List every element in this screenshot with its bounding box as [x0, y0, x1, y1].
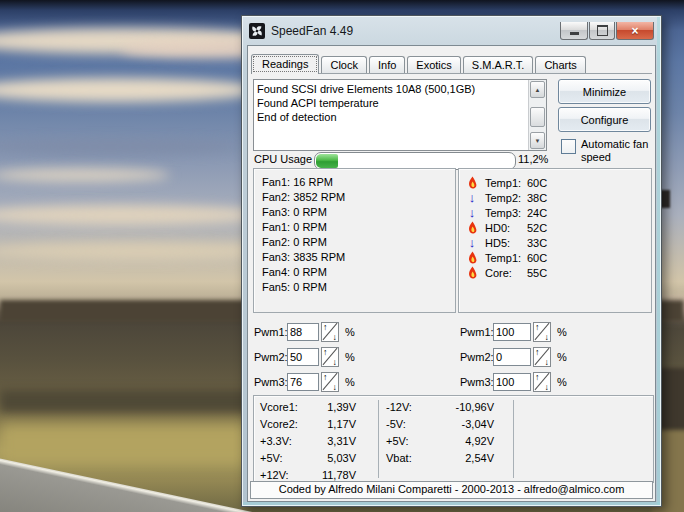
pwm-unit: % — [345, 376, 355, 388]
step-up-icon[interactable]: ↑ — [535, 322, 540, 332]
voltage-label: Vcore2: — [260, 416, 298, 433]
pwm-label: Pwm2: — [460, 351, 493, 363]
step-down-icon[interactable]: ↓ — [333, 332, 338, 342]
scroll-down-button[interactable]: ▼ — [530, 132, 545, 149]
voltage-value: 1,39V — [300, 399, 356, 416]
pwm-row: Pwm3: ↑↓ % — [254, 372, 355, 392]
pwm3-input[interactable] — [287, 373, 319, 391]
step-down-icon[interactable]: ↓ — [333, 357, 338, 367]
log-scrollbar[interactable]: ▲ ▼ — [528, 80, 546, 150]
scroll-thumb[interactable] — [530, 107, 545, 127]
pwm2-input[interactable] — [287, 348, 319, 366]
temp-reading: Temp1: 60C — [465, 250, 651, 265]
cpu-usage-fill — [316, 154, 338, 168]
temp-label: HD5: — [485, 237, 527, 249]
pwm-label: Pwm2: — [254, 351, 287, 363]
voltage-label: Vcore1: — [260, 399, 298, 416]
window-minimize-button[interactable] — [560, 22, 588, 40]
tab-charts[interactable]: Charts — [535, 56, 585, 73]
voltage-reading: -12V:-10,96V — [386, 399, 506, 416]
pwm2-right-input[interactable] — [493, 348, 531, 366]
automatic-fan-speed-option[interactable]: Automatic fan speed — [561, 138, 653, 164]
tab-exotics[interactable]: Exotics — [407, 56, 460, 73]
fan-value: 0 RPM — [293, 281, 327, 293]
temperature-readings-panel: Temp1: 60C ↓ Temp2: 38C ↓ Temp3: 24C HD0… — [458, 168, 652, 313]
voltage-value: 2,54V — [428, 450, 494, 467]
fan-reading: Fan2: 0 RPM — [262, 235, 455, 250]
pwm3-right-stepper[interactable]: ↑↓ — [533, 372, 551, 392]
step-down-icon[interactable]: ↓ — [333, 382, 338, 392]
tab-clock[interactable]: Clock — [321, 56, 367, 73]
voltage-reading: +5V:5,03V — [260, 450, 375, 467]
pwm-unit: % — [557, 376, 567, 388]
pwm-row: Pwm2: ↑↓ % — [254, 347, 355, 367]
pwm2-stepper[interactable]: ↑↓ — [321, 347, 339, 367]
step-up-icon[interactable]: ↑ — [323, 347, 328, 357]
pwm1-right-stepper[interactable]: ↑↓ — [533, 322, 551, 342]
status-bar: Coded by Alfredo Milani Comparetti - 200… — [250, 481, 653, 499]
tab-bar: Readings Clock Info Exotics S.M.A.R.T. C… — [251, 50, 652, 74]
fan-label: Fan1: — [262, 176, 290, 188]
flame-icon — [465, 266, 479, 280]
voltage-reading: Vcore2:1,17V — [260, 416, 375, 433]
pwm1-input[interactable] — [287, 323, 319, 341]
voltage-label: +3.3V: — [260, 433, 292, 450]
window-close-button[interactable]: × — [616, 22, 654, 40]
temp-value: 60C — [527, 252, 547, 264]
pwm1-right-input[interactable] — [493, 323, 531, 341]
temp-reading: ↓ HD5: 33C — [465, 235, 651, 250]
window-titlebar[interactable]: SpeedFan 4.49 × — [243, 17, 660, 45]
voltage-reading: Vbat:2,54V — [386, 450, 506, 467]
pwm3-stepper[interactable]: ↑↓ — [321, 372, 339, 392]
divider — [513, 400, 514, 478]
step-up-icon[interactable]: ↑ — [323, 322, 328, 332]
step-down-icon[interactable]: ↓ — [545, 357, 550, 367]
scroll-up-button[interactable]: ▲ — [530, 81, 545, 98]
temp-value: 60C — [527, 177, 547, 189]
cloud — [0, 168, 170, 182]
fan-value: 3835 RPM — [293, 251, 345, 263]
configure-button[interactable]: Configure — [558, 107, 651, 132]
minimize-button[interactable]: Minimize — [558, 79, 651, 104]
step-up-icon[interactable]: ↑ — [535, 372, 540, 382]
log-line: End of detection — [257, 110, 526, 124]
down-arrow-icon: ↓ — [465, 191, 479, 205]
down-arrow-icon: ↓ — [465, 236, 479, 250]
temp-reading: ↓ Temp3: 24C — [465, 205, 651, 220]
step-up-icon[interactable]: ↑ — [535, 347, 540, 357]
pwm-row: Pwm2: ↑↓ % — [460, 347, 567, 367]
log-line: Found SCSI drive Elements 10A8 (500,1GB) — [257, 82, 526, 96]
temp-label: Temp1: — [485, 177, 527, 189]
voltage-reading: Vcore1:1,39V — [260, 399, 375, 416]
flame-icon — [465, 176, 479, 190]
tab-readings[interactable]: Readings — [251, 54, 319, 74]
fan-label: Fan1: — [262, 221, 290, 233]
step-down-icon[interactable]: ↓ — [545, 332, 550, 342]
temp-label: Temp2: — [485, 192, 527, 204]
step-down-icon[interactable]: ↓ — [545, 382, 550, 392]
detection-log[interactable]: Found SCSI drive Elements 10A8 (500,1GB)… — [253, 79, 547, 151]
fan-reading: Fan2: 3852 RPM — [262, 190, 455, 205]
step-up-icon[interactable]: ↑ — [323, 372, 328, 382]
cloud — [0, 78, 260, 102]
maximize-icon — [597, 25, 608, 36]
tab-smart[interactable]: S.M.A.R.T. — [463, 56, 534, 73]
sunlit-grass — [0, 424, 250, 464]
tab-info[interactable]: Info — [369, 56, 405, 73]
temp-value: 52C — [527, 222, 547, 234]
window-maximize-button[interactable] — [589, 22, 615, 40]
automatic-fan-speed-checkbox[interactable] — [561, 139, 576, 154]
pwm3-right-input[interactable] — [493, 373, 531, 391]
pwm-row: Pwm3: ↑↓ % — [460, 372, 567, 392]
voltage-label: +5V: — [260, 450, 283, 467]
pwm1-stepper[interactable]: ↑↓ — [321, 322, 339, 342]
pwm-label: Pwm3: — [460, 376, 493, 388]
voltage-reading: +5V:4,92V — [386, 433, 506, 450]
fan-readings-panel: Fan1: 16 RPM Fan2: 3852 RPM Fan3: 0 RPM … — [253, 168, 456, 313]
cloud — [0, 205, 270, 225]
automatic-fan-speed-label[interactable]: Automatic fan speed — [581, 138, 653, 164]
flame-icon — [465, 251, 479, 265]
temp-label: HD0: — [485, 222, 527, 234]
pwm2-right-stepper[interactable]: ↑↓ — [533, 347, 551, 367]
fan-label: Fan2: — [262, 236, 290, 248]
